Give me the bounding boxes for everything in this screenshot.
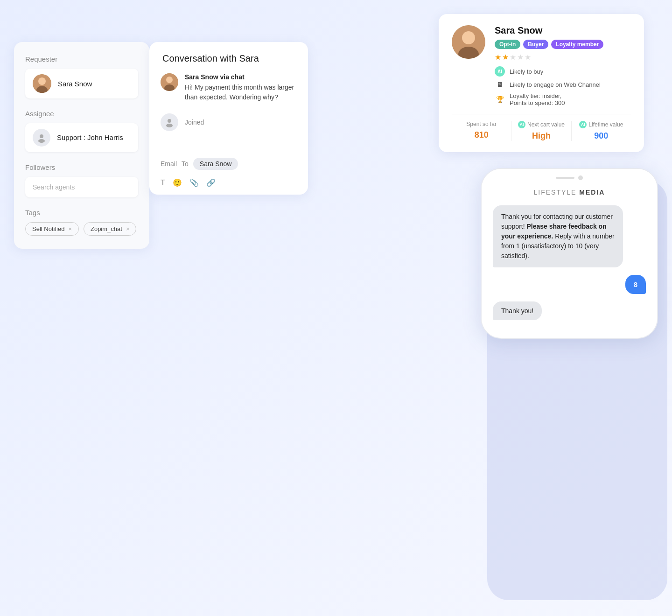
star-3: ★: [510, 53, 516, 62]
ai-icon-1: AI: [495, 66, 505, 77]
followers-label: Followers: [25, 163, 138, 171]
svg-point-11: [462, 31, 475, 44]
tags-label: Tags: [25, 209, 138, 217]
profile-card: Sara Snow Opt-in Buyer Loyalty member ★ …: [439, 14, 644, 152]
ai-icon-lifetime: AI: [579, 121, 587, 128]
brand-bold: MEDIA: [579, 189, 605, 196]
scene: Requester Sara Snow Assignee Support : J…: [0, 0, 672, 616]
phone-card: LIFESTYLE MEDIA Thank you for contacting…: [481, 168, 658, 339]
followers-search-box[interactable]: Search agents: [25, 177, 138, 197]
text-format-icon[interactable]: T: [161, 179, 165, 187]
profile-info: Sara Snow Opt-in Buyer Loyalty member ★ …: [495, 25, 603, 106]
badge-loyalty: Loyalty member: [551, 40, 603, 49]
left-card: Requester Sara Snow Assignee Support : J…: [14, 42, 149, 249]
tag-zopim-chat-label: Zopim_chat: [91, 225, 122, 232]
metric-spent-value: 810: [455, 130, 507, 140]
metrics-row: Spent so far 810 AI Next cart value High…: [452, 114, 631, 141]
conversation-card: Conversation with Sara Sara Snow via cha…: [149, 42, 308, 195]
followers-placeholder: Search agents: [33, 183, 75, 191]
metric-lifetime: AI Lifetime value 900: [572, 121, 631, 141]
ai-icon-cart: AI: [518, 121, 525, 128]
profile-attrs: AI Likely to buy 🖥 Likely to engage on W…: [495, 66, 603, 106]
tag-sell-notified-remove[interactable]: ×: [68, 225, 72, 232]
badge-optin: Opt-in: [495, 40, 520, 49]
svg-point-4: [38, 139, 45, 143]
attr-likely-buy-text: Likely to buy: [510, 68, 543, 75]
star-2: ★: [502, 53, 509, 62]
badge-row: Opt-in Buyer Loyalty member: [495, 40, 603, 49]
svg-point-8: [168, 119, 171, 123]
email-recipient-chip[interactable]: Sara Snow: [193, 158, 238, 170]
link-icon[interactable]: 🔗: [206, 178, 216, 187]
email-row: Email To Sara Snow: [161, 158, 297, 170]
emoji-icon[interactable]: 🙂: [173, 178, 182, 187]
joined-avatar: [161, 113, 178, 131]
assignee-avatar-icon: [33, 129, 50, 147]
bot-message: Thank you for contacting our customer su…: [493, 205, 623, 267]
chat-sender: Sara Snow via chat: [185, 73, 297, 81]
attachment-icon[interactable]: 📎: [189, 178, 199, 187]
metric-lifetime-value: 900: [575, 131, 627, 141]
phone-body: LIFESTYLE MEDIA Thank you for contacting…: [482, 184, 657, 338]
assignee-name: Support : John Harris: [57, 133, 123, 142]
metric-lifetime-label: AI Lifetime value: [575, 121, 627, 128]
requester-box: Sara Snow: [25, 69, 138, 98]
requester-name: Sara Snow: [58, 80, 92, 88]
assignee-label: Assignee: [25, 110, 138, 118]
chat-content: Sara Snow via chat Hi! My payment this m…: [185, 73, 297, 102]
conversation-title: Conversation with Sara: [149, 42, 308, 73]
web-icon: 🖥: [495, 79, 505, 90]
brand-light: LIFESTYLE: [534, 189, 577, 196]
star-1: ★: [495, 53, 501, 62]
tag-sell-notified[interactable]: Sell Notified ×: [25, 222, 79, 236]
chat-avatar: [161, 73, 178, 91]
metric-spent: Spent so far 810: [452, 121, 511, 141]
svg-point-1: [38, 77, 46, 85]
requester-label: Requester: [25, 55, 138, 63]
tag-zopim-chat-remove[interactable]: ×: [126, 225, 130, 232]
star-5: ★: [525, 53, 531, 62]
tag-sell-notified-label: Sell Notified: [32, 225, 64, 232]
metric-cart-label: AI Next cart value: [515, 121, 567, 128]
conversation-body: Sara Snow via chat Hi! My payment this m…: [149, 73, 308, 150]
profile-avatar: [452, 25, 485, 59]
svg-point-9: [166, 124, 173, 127]
notch-line: [556, 177, 574, 179]
svg-point-6: [166, 77, 173, 83]
thanks-message: Thank you!: [493, 301, 542, 320]
phone-notch: [482, 169, 657, 184]
conversation-footer: Email To Sara Snow T 🙂 📎 🔗: [149, 150, 308, 195]
attr-web-channel: 🖥 Likely to engage on Web Channel: [495, 79, 603, 90]
chat-text: Hi! My payment this month was larger tha…: [185, 83, 297, 102]
attr-web-channel-text: Likely to engage on Web Channel: [510, 81, 601, 88]
attr-loyalty: 🏆 Loyalty tier: insider,Points to spend:…: [495, 92, 603, 106]
star-4: ★: [517, 53, 524, 62]
joined-text: Joined: [185, 119, 204, 126]
chat-message: Sara Snow via chat Hi! My payment this m…: [161, 73, 297, 102]
attr-likely-buy: AI Likely to buy: [495, 66, 603, 77]
email-label: Email: [161, 160, 177, 168]
tag-zopim-chat[interactable]: Zopim_chat ×: [84, 222, 137, 236]
user-reply: 8: [625, 275, 646, 294]
metric-cart: AI Next cart value High: [511, 121, 571, 141]
stars-row: ★ ★ ★ ★ ★: [495, 53, 603, 62]
to-label: To: [182, 160, 189, 168]
profile-name: Sara Snow: [495, 25, 603, 36]
tags-row: Sell Notified × Zopim_chat ×: [25, 222, 138, 236]
profile-header: Sara Snow Opt-in Buyer Loyalty member ★ …: [452, 25, 631, 106]
requester-avatar: [33, 74, 51, 93]
notch-dot: [578, 175, 583, 180]
badge-buyer: Buyer: [523, 40, 548, 49]
attr-loyalty-text: Loyalty tier: insider,Points to spend: 3…: [510, 92, 565, 106]
metric-spent-label: Spent so far: [455, 121, 507, 127]
metric-cart-value: High: [515, 131, 567, 141]
trophy-icon: 🏆: [495, 94, 505, 105]
phone-brand: LIFESTYLE MEDIA: [493, 189, 646, 196]
joined-message: Joined: [161, 113, 297, 131]
assignee-box[interactable]: Support : John Harris: [25, 123, 138, 152]
toolbar-row: T 🙂 📎 🔗: [161, 176, 297, 187]
svg-point-3: [40, 134, 43, 138]
